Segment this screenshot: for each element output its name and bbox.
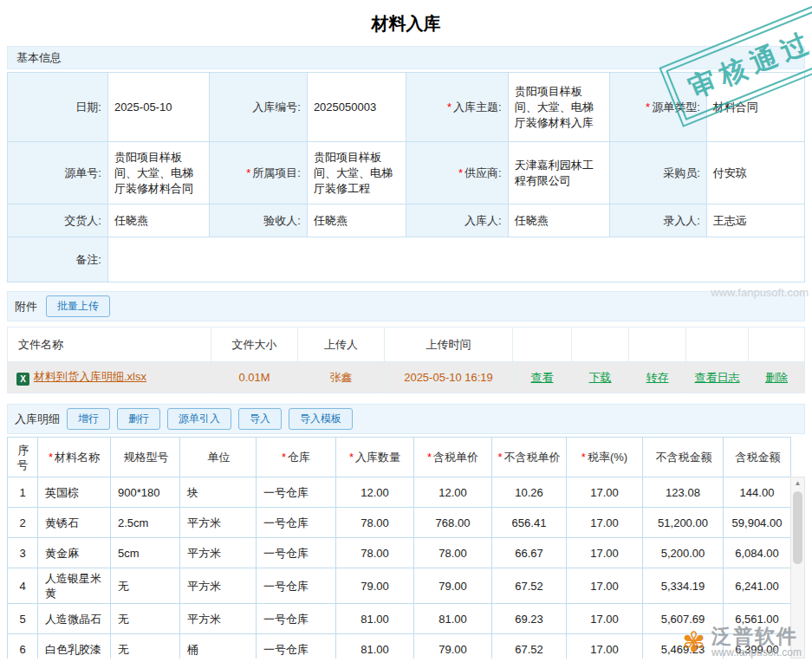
- field-label-inspector: 验收人:: [209, 204, 307, 237]
- field-value-source-type: 材料合同: [706, 73, 804, 142]
- cell-price-with-tax: 12.00: [414, 477, 492, 508]
- cell-amount-no-tax: 51,200.00: [643, 508, 724, 538]
- cell-amount-no-tax: 5,200.00: [643, 538, 724, 568]
- cell-tax-rate: 17.00: [567, 508, 643, 538]
- cell-amount-with-tax: 6,561.00: [724, 604, 791, 634]
- cell-amount-with-tax: 6,399.00: [724, 634, 791, 659]
- col-header-action: [513, 328, 572, 362]
- detail-header-row: 序号 *材料名称 规格型号 单位 *仓库 *入库数量 *含税单价 *不含税单价 …: [8, 438, 791, 477]
- import-button[interactable]: 导入: [238, 408, 282, 430]
- download-link[interactable]: 下载: [589, 371, 612, 384]
- cell-unit: 平方米: [180, 568, 257, 604]
- batch-upload-button[interactable]: 批量上传: [46, 295, 110, 317]
- cell-quantity: 81.00: [336, 634, 414, 659]
- delete-link[interactable]: 删除: [765, 371, 788, 384]
- cell-amount-no-tax: 5,469.23: [643, 634, 724, 659]
- col-header-action: [686, 328, 749, 362]
- cell-tax-rate: 17.00: [567, 634, 643, 659]
- cell-price-no-tax: 67.52: [492, 634, 567, 659]
- cell-material-name: 黄金麻: [38, 538, 111, 568]
- field-value-deliverer: 任晓燕: [107, 204, 209, 237]
- field-value-buyer: 付安琼: [706, 142, 804, 204]
- cell-material-name: 人造微晶石: [38, 604, 111, 634]
- required-marker: *: [246, 166, 250, 179]
- cell-spec: 2.5cm: [111, 508, 180, 538]
- required-marker: *: [458, 166, 463, 179]
- attachment-upload-time: 2025-05-10 16:19: [385, 362, 513, 393]
- field-label-entry-person: 录入人:: [609, 204, 706, 237]
- scrollbar-up-arrow-icon[interactable]: ▲: [791, 477, 804, 490]
- cell-unit: 桶: [180, 634, 257, 659]
- cell-amount-with-tax: 144.00: [724, 477, 791, 508]
- cell-warehouse: 一号仓库: [257, 538, 336, 568]
- cell-price-with-tax: 79.00: [414, 634, 492, 659]
- col-header-file-size: 文件大小: [211, 328, 298, 362]
- field-label-buyer: 采购员:: [609, 142, 706, 204]
- col-header-upload-time: 上传时间: [385, 328, 513, 362]
- basic-info-section-header: 基本信息: [7, 46, 805, 69]
- cell-tax-rate: 17.00: [567, 604, 643, 634]
- cell-price-no-tax: 10.26: [492, 477, 567, 508]
- field-label-remark: 备注:: [8, 237, 108, 282]
- cell-seq: 2: [8, 508, 38, 538]
- detail-table: 序号 *材料名称 规格型号 单位 *仓库 *入库数量 *含税单价 *不含税单价 …: [7, 437, 791, 659]
- attachment-action-cell: 查看: [513, 362, 572, 393]
- cell-spec: 900*180: [111, 477, 180, 508]
- col-header-uploader: 上传人: [298, 328, 385, 362]
- cell-material-name: 黄锈石: [38, 508, 111, 538]
- col-header-unit: 单位: [180, 438, 257, 477]
- cell-quantity: 78.00: [336, 508, 414, 538]
- col-header-price-with-tax: *含税单价: [414, 438, 492, 477]
- attachments-bar: 附件 批量上传: [7, 291, 805, 321]
- cell-amount-no-tax: 5,607.69: [643, 604, 724, 634]
- col-header-price-no-tax: *不含税单价: [492, 438, 567, 477]
- cell-price-with-tax: 768.00: [414, 508, 492, 538]
- detail-row: 2 黄锈石 2.5cm 平方米 一号仓库 78.00 768.00 656.41…: [8, 508, 791, 538]
- field-value-stock-keeper: 任晓燕: [508, 204, 609, 237]
- col-header-quantity: *入库数量: [336, 438, 414, 477]
- cell-material-name: 人造银星米黄: [38, 568, 111, 604]
- cell-price-no-tax: 67.52: [492, 568, 567, 604]
- field-value-subject: 贵阳项目样板间、大堂、电梯厅装修材料入库: [508, 73, 609, 142]
- scrollbar-thumb[interactable]: [793, 491, 802, 564]
- attachment-action-cell: 删除: [749, 362, 805, 393]
- attachment-uploader: 张鑫: [298, 362, 385, 393]
- view-link[interactable]: 查看: [531, 371, 554, 384]
- attachment-file-link[interactable]: 材料到货入库明细.xlsx: [34, 370, 146, 383]
- save-as-link[interactable]: 转存: [646, 371, 669, 384]
- import-from-source-button[interactable]: 源单引入: [167, 408, 231, 430]
- field-label-supplier: *供应商:: [406, 142, 508, 204]
- field-label-deliverer: 交货人:: [8, 204, 108, 237]
- detail-row: 1 英国棕 900*180 块 一号仓库 12.00 12.00 10.26 1…: [8, 477, 791, 508]
- view-log-link[interactable]: 查看日志: [695, 371, 740, 384]
- attachment-action-cell: 查看日志: [686, 362, 749, 393]
- attachment-action-cell: 转存: [629, 362, 686, 393]
- required-marker: *: [447, 101, 451, 114]
- field-value-supplier: 天津嘉利园林工程有限公司: [508, 142, 609, 204]
- detail-table-wrap: 序号 *材料名称 规格型号 单位 *仓库 *入库数量 *含税单价 *不含税单价 …: [7, 437, 805, 659]
- cell-seq: 6: [8, 634, 38, 659]
- col-header-warehouse: *仓库: [257, 438, 336, 477]
- field-label-entry-no: 入库编号:: [209, 73, 307, 142]
- col-header-tax-rate: *税率(%): [567, 438, 643, 477]
- cell-price-no-tax: 69.23: [492, 604, 567, 634]
- field-label-subject: *入库主题:: [406, 73, 508, 142]
- delete-row-button[interactable]: 删行: [117, 408, 160, 430]
- cell-price-with-tax: 79.00: [414, 568, 492, 604]
- field-value-project: 贵阳项目样板间、大堂、电梯厅装修工程: [307, 142, 406, 204]
- cell-quantity: 78.00: [336, 538, 414, 568]
- attachment-action-cell: 下载: [572, 362, 629, 393]
- detail-section-title: 入库明细: [15, 412, 60, 427]
- cell-price-no-tax: 66.67: [492, 538, 567, 568]
- cell-quantity: 12.00: [336, 477, 414, 508]
- field-value-entry-no: 2025050003: [307, 73, 406, 142]
- add-row-button[interactable]: 增行: [67, 408, 110, 430]
- cell-amount-with-tax: 6,084.00: [724, 538, 791, 568]
- import-template-button[interactable]: 导入模板: [289, 408, 353, 430]
- col-header-spec-model: 规格型号: [111, 438, 180, 477]
- attachment-file-name-cell: X材料到货入库明细.xlsx: [8, 362, 211, 393]
- vertical-scrollbar[interactable]: ▲: [790, 477, 805, 659]
- detail-row: 3 黄金麻 5cm 平方米 一号仓库 78.00 78.00 66.67 17.…: [8, 538, 791, 568]
- form-row-2: 源单号: 贵阳项目样板间、大堂、电梯厅装修材料合同 *所属项目: 贵阳项目样板间…: [8, 142, 805, 204]
- cell-quantity: 81.00: [336, 604, 414, 634]
